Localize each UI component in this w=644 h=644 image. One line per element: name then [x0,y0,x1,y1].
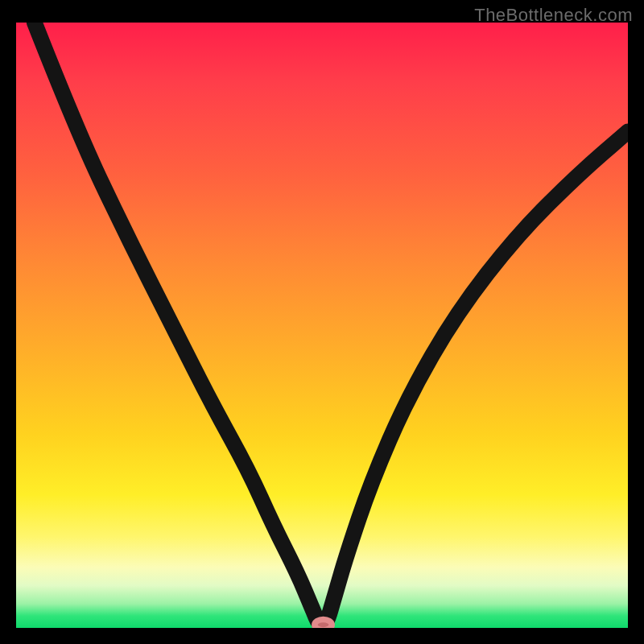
bottleneck-curve [16,23,628,628]
chart-frame: TheBottleneck.com [0,0,644,644]
watermark-text: TheBottleneck.com [474,5,633,26]
curve-path [35,23,628,625]
optimal-point-marker [315,619,332,628]
plot-area [16,23,628,628]
